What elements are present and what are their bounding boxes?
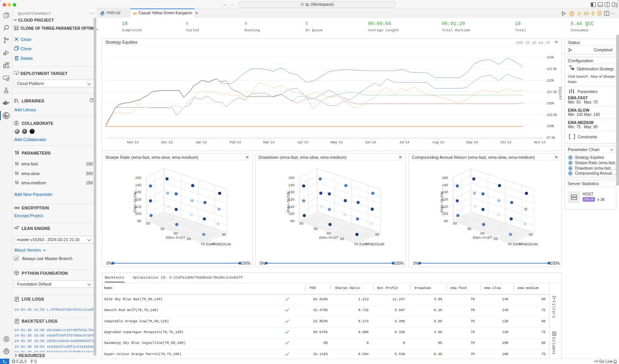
svg-text:97.5k: 97.5k xyxy=(547,136,556,139)
svg-text:Nov '13: Nov '13 xyxy=(127,140,139,144)
svg-text:115k: 115k xyxy=(547,55,554,59)
svg-text:Dec '13: Dec '13 xyxy=(161,140,173,144)
svg-text:Oct '14: Oct '14 xyxy=(500,140,511,144)
svg-text:EQUITY: EQUITY xyxy=(558,87,561,100)
svg-text:102.5k: 102.5k xyxy=(547,113,557,117)
svg-text:May '14: May '14 xyxy=(330,140,342,144)
svg-text:Sep '14: Sep '14 xyxy=(466,140,478,144)
svg-text:Aug '14: Aug '14 xyxy=(432,140,444,144)
svg-text:112.5k: 112.5k xyxy=(547,67,557,71)
svg-text:Nov '14: Nov '14 xyxy=(534,140,545,144)
svg-text:107.5k: 107.5k xyxy=(547,90,557,94)
svg-text:Jan '14: Jan '14 xyxy=(196,140,207,144)
svg-text:Mar '14: Mar '14 xyxy=(263,140,275,144)
svg-text:Apr '14: Apr '14 xyxy=(297,140,308,144)
svg-text:100k: 100k xyxy=(547,124,554,128)
svg-text:Jul '14: Jul '14 xyxy=(399,140,409,144)
svg-text:105k: 105k xyxy=(547,101,554,105)
svg-text:Feb '14: Feb '14 xyxy=(229,140,241,144)
svg-text:Jun '14: Jun '14 xyxy=(365,140,376,144)
svg-text:110k: 110k xyxy=(547,78,554,82)
